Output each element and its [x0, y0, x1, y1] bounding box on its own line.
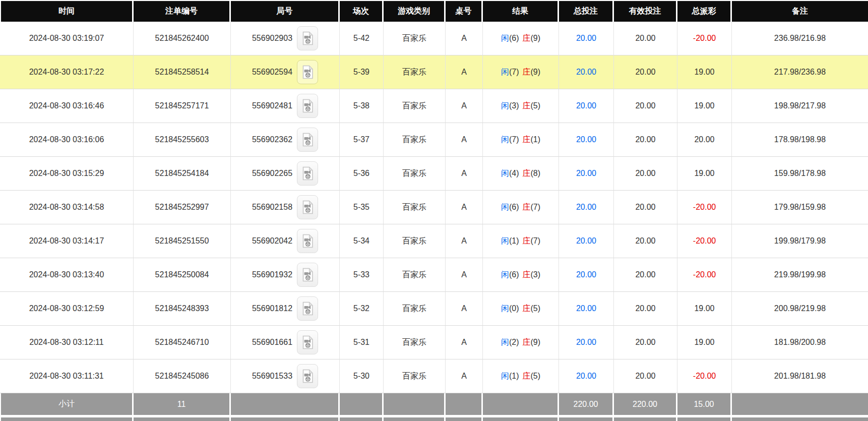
table-row[interactable]: 2024-08-30 03:13:40 521845250084 5569019… [0, 258, 868, 292]
video-file-icon [302, 65, 314, 79]
result-banker-score: (9) [531, 34, 541, 42]
video-file-icon [302, 200, 314, 214]
cell-table-number: A [446, 326, 483, 359]
video-file-icon [302, 166, 314, 181]
subtotal-total-bet: 220.00 [559, 393, 614, 415]
result-player-label: 闲 [501, 304, 509, 313]
round-number-text: 556901661 [252, 338, 292, 347]
cell-remark: 178.98/198.98 [732, 123, 868, 157]
result-player-score: (4) [509, 169, 519, 177]
column-header: 时间 [0, 0, 134, 22]
table-row[interactable]: 2024-08-30 03:16:06 521845255603 5569023… [0, 123, 868, 157]
table-row[interactable]: 2024-08-30 03:14:17 521845251550 5569020… [0, 224, 868, 258]
cell-total-bet: 20.00 [559, 326, 614, 359]
subtotal-result [483, 393, 559, 415]
table-row[interactable]: 2024-08-30 03:15:29 521845254184 5569022… [0, 157, 868, 191]
cell-time: 2024-08-30 03:12:59 [0, 292, 134, 326]
cell-round-number: 556902265 [231, 157, 340, 191]
column-header: 桌号 [446, 0, 483, 22]
round-number-text: 556902362 [252, 135, 292, 144]
cell-round-number: 556902594 [231, 55, 340, 89]
cell-game-type: 百家乐 [384, 191, 446, 224]
cell-bet-number: 521845250084 [134, 258, 231, 292]
column-header: 局号 [231, 0, 340, 22]
table-row[interactable]: 2024-08-30 03:11:31 521845245086 5569015… [0, 359, 868, 393]
video-replay-button[interactable] [297, 364, 318, 388]
result-player-score: (2) [509, 338, 519, 346]
cell-total-payout: -20.00 [677, 258, 732, 292]
column-header: 总派彩 [677, 0, 732, 22]
header-row: 时间注单编号局号场次游戏类别桌号结果总投注有效投注总派彩备注 [0, 0, 868, 22]
cell-table-number: A [446, 123, 483, 157]
round-number-text: 556902265 [252, 169, 292, 178]
cell-bet-number: 521845252997 [134, 191, 231, 224]
video-replay-button[interactable] [297, 229, 318, 253]
cell-remark: 159.98/178.98 [732, 157, 868, 191]
video-file-icon [302, 302, 314, 316]
subtotal-round [231, 393, 340, 415]
cell-time: 2024-08-30 03:16:06 [0, 123, 134, 157]
cell-result: 闲(0)庄(5) [483, 292, 559, 326]
video-replay-button[interactable] [297, 60, 318, 84]
cell-remark: 236.98/216.98 [732, 22, 868, 55]
result-banker-label: 庄 [523, 372, 531, 380]
table-row[interactable]: 2024-08-30 03:17:22 521845258514 5569025… [0, 55, 868, 89]
video-file-icon [302, 99, 314, 113]
round-number-text: 556901533 [252, 372, 292, 381]
cell-time: 2024-08-30 03:15:29 [0, 157, 134, 191]
video-replay-button[interactable] [297, 195, 318, 219]
cell-valid-bet: 20.00 [614, 326, 677, 359]
video-replay-button[interactable] [297, 296, 318, 321]
cell-time: 2024-08-30 03:19:07 [0, 22, 134, 55]
video-file-icon [302, 234, 314, 248]
column-header: 有效投注 [614, 0, 677, 22]
cell-table-number: A [446, 191, 483, 224]
cell-remark: 199.98/179.98 [732, 224, 868, 258]
result-banker-label: 庄 [523, 68, 531, 76]
result-banker-label: 庄 [523, 169, 531, 177]
result-banker-score: (3) [531, 270, 541, 279]
result-banker-score: (9) [531, 68, 541, 76]
cell-round-number: 556902042 [231, 224, 340, 258]
table-row[interactable]: 2024-08-30 03:12:11 521845246710 5569016… [0, 326, 868, 359]
video-replay-button[interactable] [297, 128, 318, 152]
cell-valid-bet: 20.00 [614, 123, 677, 157]
video-replay-button[interactable] [297, 94, 318, 118]
result-banker-label: 庄 [523, 270, 531, 279]
cell-game-type: 百家乐 [384, 292, 446, 326]
cell-session: 5-32 [340, 292, 384, 326]
result-player-label: 闲 [501, 169, 509, 177]
cell-remark: 201.98/181.98 [732, 359, 868, 393]
video-replay-button[interactable] [297, 263, 318, 287]
video-replay-button[interactable] [297, 161, 318, 186]
cell-game-type: 百家乐 [384, 224, 446, 258]
table-row[interactable]: 2024-08-30 03:16:46 521845257171 5569024… [0, 89, 868, 123]
cell-session: 5-38 [340, 89, 384, 123]
cell-bet-number: 521845246710 [134, 326, 231, 359]
cell-table-number: A [446, 89, 483, 123]
result-player-label: 闲 [501, 236, 509, 245]
cell-session: 5-30 [340, 359, 384, 393]
result-player-score: (3) [509, 101, 519, 110]
cell-result: 闲(3)庄(5) [483, 89, 559, 123]
cell-total-payout: 19.00 [677, 292, 732, 326]
cell-total-payout: -20.00 [677, 191, 732, 224]
video-file-icon [302, 335, 314, 349]
cell-session: 5-33 [340, 258, 384, 292]
cell-game-type: 百家乐 [384, 22, 446, 55]
cell-result: 闲(6)庄(3) [483, 258, 559, 292]
video-replay-button[interactable] [297, 26, 318, 50]
table-row[interactable]: 2024-08-30 03:12:59 521845248393 5569018… [0, 292, 868, 326]
cell-total-payout: 19.00 [677, 326, 732, 359]
video-file-icon [302, 268, 314, 282]
table-row[interactable]: 2024-08-30 03:19:07 521845262400 5569029… [0, 22, 868, 55]
video-replay-button[interactable] [297, 330, 318, 354]
result-banker-score: (7) [531, 236, 541, 245]
result-banker-label: 庄 [523, 236, 531, 245]
cell-round-number: 556902903 [231, 22, 340, 55]
column-header: 游戏类别 [384, 0, 446, 22]
cell-session: 5-37 [340, 123, 384, 157]
cell-time: 2024-08-30 03:13:40 [0, 258, 134, 292]
cell-result: 闲(1)庄(5) [483, 359, 559, 393]
table-row[interactable]: 2024-08-30 03:14:58 521845252997 5569021… [0, 191, 868, 224]
